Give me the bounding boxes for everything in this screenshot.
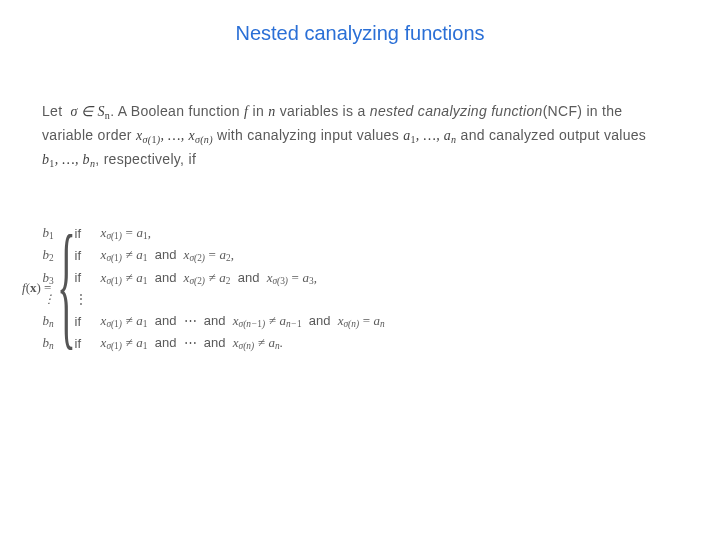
table-row: b1 if xσ(1) = a1,	[43, 222, 393, 244]
text-resp-if: , respectively, if	[95, 151, 196, 167]
table-row: b2 if xσ(1) ≠ a1 and xσ(2) = a2,	[43, 244, 393, 266]
definition-paragraph: Let σ ∈ Sn. A Boolean function f in n va…	[42, 100, 678, 171]
case-if: if	[75, 310, 101, 332]
case-if: if	[75, 222, 101, 244]
case-cond: xσ(1) ≠ a1 and ⋯ and xσ(n) ≠ an.	[101, 332, 393, 354]
cases-table: b1 if xσ(1) = a1, b2 if xσ(1) ≠ a1 and x…	[43, 222, 393, 355]
input-values: a1, …, an	[403, 128, 456, 143]
text-let: Let	[42, 103, 62, 119]
piecewise-definition: f(x) = { b1 if xσ(1) = a1, b2 if xσ(1) ≠…	[18, 222, 710, 355]
case-cond: xσ(1) ≠ a1 and ⋯ and xσ(n−1) ≠ an−1 and …	[101, 310, 393, 332]
vdots-icon: ⋮	[75, 289, 101, 310]
slide-title: Nested canalyzing functions	[0, 22, 720, 45]
text-boolfun: . A Boolean function	[110, 103, 244, 119]
text-with: with canalyzing input values	[213, 127, 403, 143]
table-row: bn if xσ(1) ≠ a1 and ⋯ and xσ(n) ≠ an.	[43, 332, 393, 354]
case-cond	[101, 289, 393, 310]
text-and-out: and canalyzed output values	[456, 127, 646, 143]
case-cond: xσ(1) ≠ a1 and xσ(2) = a2,	[101, 244, 393, 266]
case-cond: xσ(1) ≠ a1 and xσ(2) ≠ a2 and xσ(3) = a3…	[101, 267, 393, 289]
var-order: xσ(1), …, xσ(n)	[136, 128, 213, 143]
case-if: if	[75, 332, 101, 354]
text-in: in	[248, 103, 268, 119]
case-if: if	[75, 244, 101, 266]
text-ncf-italic: nested canalyzing function	[370, 103, 543, 119]
table-row: ⋮ ⋮	[43, 289, 393, 310]
sigma-in-Sn: σ ∈ Sn	[67, 104, 111, 119]
text-vars-is: variables is a	[276, 103, 370, 119]
case-cond: xσ(1) = a1,	[101, 222, 393, 244]
table-row: b3 if xσ(1) ≠ a1 and xσ(2) ≠ a2 and xσ(3…	[43, 267, 393, 289]
case-if: if	[75, 267, 101, 289]
sym-n: n	[268, 104, 275, 119]
left-brace-icon: {	[57, 220, 76, 349]
table-row: bn if xσ(1) ≠ a1 and ⋯ and xσ(n−1) ≠ an−…	[43, 310, 393, 332]
output-values: b1, …, bn	[42, 152, 95, 167]
